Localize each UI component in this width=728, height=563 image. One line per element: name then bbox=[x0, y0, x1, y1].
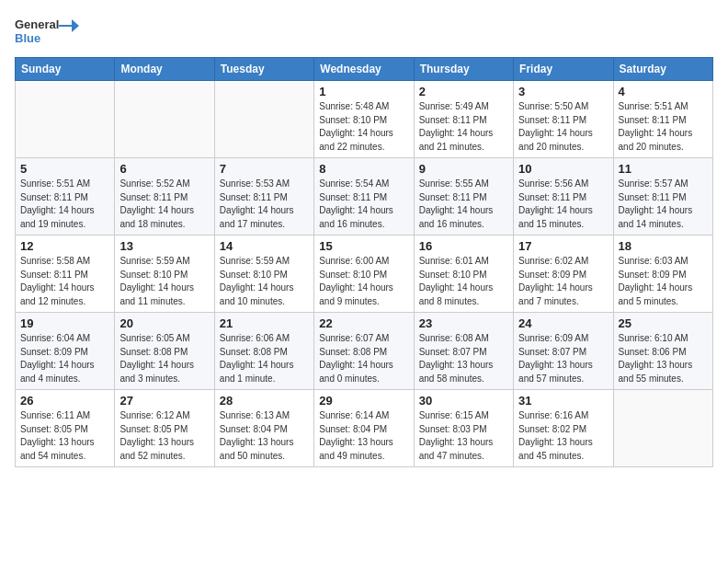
day-info: Sunrise: 6:08 AM Sunset: 8:07 PM Dayligh… bbox=[419, 332, 508, 385]
day-number: 5 bbox=[20, 162, 109, 176]
day-number: 27 bbox=[119, 394, 209, 408]
svg-text:General: General bbox=[15, 17, 59, 31]
day-info: Sunrise: 5:51 AM Sunset: 8:11 PM Dayligh… bbox=[20, 178, 109, 231]
day-number: 12 bbox=[20, 239, 109, 253]
calendar-table: SundayMondayTuesdayWednesdayThursdayFrid… bbox=[15, 57, 713, 467]
day-info: Sunrise: 5:48 AM Sunset: 8:10 PM Dayligh… bbox=[319, 100, 408, 154]
day-number: 11 bbox=[619, 162, 708, 176]
calendar-cell: 9Sunrise: 5:55 AM Sunset: 8:11 PM Daylig… bbox=[414, 158, 513, 236]
calendar-cell: 29Sunrise: 6:14 AM Sunset: 8:04 PM Dayli… bbox=[314, 390, 414, 467]
day-number: 25 bbox=[619, 316, 708, 330]
calendar-cell: 12Sunrise: 5:58 AM Sunset: 8:11 PM Dayli… bbox=[16, 236, 115, 313]
col-header-friday: Friday bbox=[514, 58, 613, 81]
calendar-cell: 23Sunrise: 6:08 AM Sunset: 8:07 PM Dayli… bbox=[414, 313, 513, 390]
calendar-cell: 31Sunrise: 6:16 AM Sunset: 8:02 PM Dayli… bbox=[514, 390, 613, 467]
day-number: 7 bbox=[220, 162, 309, 176]
day-info: Sunrise: 6:00 AM Sunset: 8:10 PM Dayligh… bbox=[319, 255, 408, 308]
day-info: Sunrise: 6:05 AM Sunset: 8:08 PM Dayligh… bbox=[119, 332, 209, 385]
day-info: Sunrise: 5:58 AM Sunset: 8:11 PM Dayligh… bbox=[20, 255, 109, 308]
calendar-cell: 25Sunrise: 6:10 AM Sunset: 8:06 PM Dayli… bbox=[613, 313, 712, 390]
day-number: 21 bbox=[220, 316, 309, 330]
logo-icon: General Blue bbox=[15, 15, 79, 48]
calendar-cell bbox=[16, 81, 115, 158]
svg-text:Blue: Blue bbox=[15, 31, 40, 45]
day-number: 16 bbox=[419, 239, 508, 253]
day-info: Sunrise: 6:09 AM Sunset: 8:07 PM Dayligh… bbox=[518, 332, 608, 385]
day-info: Sunrise: 6:11 AM Sunset: 8:05 PM Dayligh… bbox=[20, 409, 109, 463]
col-header-saturday: Saturday bbox=[613, 58, 712, 81]
day-info: Sunrise: 6:14 AM Sunset: 8:04 PM Dayligh… bbox=[319, 409, 408, 463]
day-number: 4 bbox=[619, 85, 708, 98]
calendar-cell: 26Sunrise: 6:11 AM Sunset: 8:05 PM Dayli… bbox=[16, 390, 115, 467]
calendar-cell: 3Sunrise: 5:50 AM Sunset: 8:11 PM Daylig… bbox=[514, 81, 613, 158]
col-header-thursday: Thursday bbox=[414, 58, 513, 81]
svg-marker-2 bbox=[72, 19, 79, 32]
calendar-cell: 19Sunrise: 6:04 AM Sunset: 8:09 PM Dayli… bbox=[16, 313, 115, 390]
day-number: 9 bbox=[419, 162, 508, 176]
calendar-cell: 11Sunrise: 5:57 AM Sunset: 8:11 PM Dayli… bbox=[613, 158, 712, 236]
week-row-2: 5Sunrise: 5:51 AM Sunset: 8:11 PM Daylig… bbox=[16, 158, 713, 236]
day-number: 14 bbox=[220, 239, 309, 253]
day-number: 8 bbox=[319, 162, 408, 176]
day-info: Sunrise: 5:54 AM Sunset: 8:11 PM Dayligh… bbox=[319, 178, 408, 231]
calendar-cell: 17Sunrise: 6:02 AM Sunset: 8:09 PM Dayli… bbox=[514, 236, 613, 313]
calendar-cell: 4Sunrise: 5:51 AM Sunset: 8:11 PM Daylig… bbox=[613, 81, 712, 158]
day-number: 28 bbox=[220, 394, 309, 408]
day-number: 2 bbox=[419, 85, 508, 98]
calendar-cell: 27Sunrise: 6:12 AM Sunset: 8:05 PM Dayli… bbox=[115, 390, 214, 467]
calendar-cell: 8Sunrise: 5:54 AM Sunset: 8:11 PM Daylig… bbox=[314, 158, 414, 236]
calendar-cell: 21Sunrise: 6:06 AM Sunset: 8:08 PM Dayli… bbox=[214, 313, 313, 390]
day-number: 6 bbox=[119, 162, 209, 176]
calendar-cell: 15Sunrise: 6:00 AM Sunset: 8:10 PM Dayli… bbox=[314, 236, 414, 313]
day-info: Sunrise: 6:10 AM Sunset: 8:06 PM Dayligh… bbox=[619, 332, 708, 385]
day-info: Sunrise: 5:51 AM Sunset: 8:11 PM Dayligh… bbox=[619, 100, 708, 154]
day-number: 29 bbox=[319, 394, 408, 408]
calendar-cell: 18Sunrise: 6:03 AM Sunset: 8:09 PM Dayli… bbox=[613, 236, 712, 313]
day-info: Sunrise: 6:07 AM Sunset: 8:08 PM Dayligh… bbox=[319, 332, 408, 385]
calendar-cell: 7Sunrise: 5:53 AM Sunset: 8:11 PM Daylig… bbox=[214, 158, 313, 236]
day-number: 3 bbox=[518, 85, 608, 98]
calendar-cell: 20Sunrise: 6:05 AM Sunset: 8:08 PM Dayli… bbox=[115, 313, 214, 390]
day-number: 30 bbox=[419, 394, 508, 408]
day-info: Sunrise: 6:02 AM Sunset: 8:09 PM Dayligh… bbox=[518, 255, 608, 308]
day-info: Sunrise: 5:59 AM Sunset: 8:10 PM Dayligh… bbox=[119, 255, 209, 308]
day-number: 31 bbox=[518, 394, 608, 408]
day-info: Sunrise: 6:04 AM Sunset: 8:09 PM Dayligh… bbox=[20, 332, 109, 385]
day-info: Sunrise: 5:56 AM Sunset: 8:11 PM Dayligh… bbox=[518, 178, 608, 231]
calendar-cell: 6Sunrise: 5:52 AM Sunset: 8:11 PM Daylig… bbox=[115, 158, 214, 236]
calendar-cell: 16Sunrise: 6:01 AM Sunset: 8:10 PM Dayli… bbox=[414, 236, 513, 313]
calendar-cell: 14Sunrise: 5:59 AM Sunset: 8:10 PM Dayli… bbox=[214, 236, 313, 313]
calendar-cell bbox=[613, 390, 712, 467]
day-number: 1 bbox=[319, 85, 408, 98]
calendar-body: 1Sunrise: 5:48 AM Sunset: 8:10 PM Daylig… bbox=[16, 81, 713, 467]
day-info: Sunrise: 6:15 AM Sunset: 8:03 PM Dayligh… bbox=[419, 409, 508, 463]
day-number: 20 bbox=[119, 316, 209, 330]
day-info: Sunrise: 5:53 AM Sunset: 8:11 PM Dayligh… bbox=[220, 178, 309, 231]
day-info: Sunrise: 6:06 AM Sunset: 8:08 PM Dayligh… bbox=[220, 332, 309, 385]
page-header: General Blue bbox=[15, 15, 713, 48]
col-header-monday: Monday bbox=[115, 58, 214, 81]
week-row-1: 1Sunrise: 5:48 AM Sunset: 8:10 PM Daylig… bbox=[16, 81, 713, 158]
day-info: Sunrise: 5:57 AM Sunset: 8:11 PM Dayligh… bbox=[619, 178, 708, 231]
day-number: 24 bbox=[518, 316, 608, 330]
week-row-5: 26Sunrise: 6:11 AM Sunset: 8:05 PM Dayli… bbox=[16, 390, 713, 467]
header-row: SundayMondayTuesdayWednesdayThursdayFrid… bbox=[16, 58, 713, 81]
calendar-cell: 1Sunrise: 5:48 AM Sunset: 8:10 PM Daylig… bbox=[314, 81, 414, 158]
day-number: 13 bbox=[119, 239, 209, 253]
day-number: 26 bbox=[20, 394, 109, 408]
day-info: Sunrise: 5:52 AM Sunset: 8:11 PM Dayligh… bbox=[119, 178, 209, 231]
day-info: Sunrise: 6:03 AM Sunset: 8:09 PM Dayligh… bbox=[619, 255, 708, 308]
day-info: Sunrise: 6:01 AM Sunset: 8:10 PM Dayligh… bbox=[419, 255, 508, 308]
day-info: Sunrise: 6:13 AM Sunset: 8:04 PM Dayligh… bbox=[220, 409, 309, 463]
day-info: Sunrise: 5:49 AM Sunset: 8:11 PM Dayligh… bbox=[419, 100, 508, 154]
day-number: 18 bbox=[619, 239, 708, 253]
col-header-wednesday: Wednesday bbox=[314, 58, 414, 81]
day-info: Sunrise: 5:59 AM Sunset: 8:10 PM Dayligh… bbox=[220, 255, 309, 308]
day-number: 15 bbox=[319, 239, 408, 253]
day-number: 19 bbox=[20, 316, 109, 330]
calendar-cell: 28Sunrise: 6:13 AM Sunset: 8:04 PM Dayli… bbox=[214, 390, 313, 467]
calendar-cell: 5Sunrise: 5:51 AM Sunset: 8:11 PM Daylig… bbox=[16, 158, 115, 236]
col-header-sunday: Sunday bbox=[16, 58, 115, 81]
col-header-tuesday: Tuesday bbox=[214, 58, 313, 81]
logo: General Blue bbox=[15, 15, 79, 48]
